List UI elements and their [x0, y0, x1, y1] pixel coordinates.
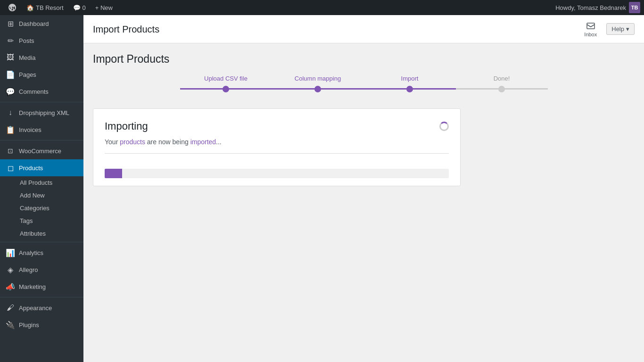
import-progress-fill [105, 169, 122, 178]
sidebar-item-products[interactable]: ◻ Products [0, 159, 83, 176]
sidebar-item-comments[interactable]: 💬 Comments [0, 83, 83, 100]
pages-icon: 📄 [6, 70, 15, 79]
sidebar-subitem-add-new[interactable]: Add New [0, 189, 83, 202]
main-content: Import Products Upload CSV file Column m… [83, 43, 644, 196]
sidebar-item-appearance[interactable]: 🖌 Appearance [0, 299, 83, 316]
step-done-dot [498, 86, 505, 92]
progress-bar-wrap [93, 161, 460, 186]
sidebar-item-pages[interactable]: 📄 Pages [0, 66, 83, 83]
analytics-icon: 📊 [6, 248, 15, 257]
import-progress-bar [105, 169, 449, 178]
import-steps: Upload CSV file Column mapping Import Do… [93, 75, 635, 97]
imported-link[interactable]: imported [190, 138, 216, 146]
comments-icon: 💬 [6, 87, 15, 96]
step-upload-csv-label: Upload CSV file [204, 75, 248, 82]
header-actions: Inbox Help ▾ [580, 19, 635, 39]
products-icon: ◻ [6, 164, 15, 173]
woocommerce-icon: ⊡ [6, 147, 15, 155]
step-done-label: Done! [494, 75, 510, 82]
dropshipping-icon: ↓ [6, 108, 15, 117]
sidebar-item-dropshipping[interactable]: ↓ Dropshipping XML [0, 104, 83, 121]
importing-title: Importing [105, 120, 449, 132]
sidebar-item-analytics[interactable]: 📊 Analytics [0, 244, 83, 261]
main-title: Import Products [93, 53, 635, 66]
help-button[interactable]: Help ▾ [606, 23, 635, 35]
media-icon: 🖼 [6, 53, 15, 62]
sidebar-subitem-tags[interactable]: Tags [0, 214, 83, 227]
page-title: Import Products [93, 23, 159, 35]
page-header-bar: Import Products Inbox Help ▾ [83, 15, 644, 43]
sidebar-item-woocommerce[interactable]: ⊡ WooCommerce [0, 142, 83, 159]
sidebar-item-media[interactable]: 🖼 Media [0, 49, 83, 66]
adminbar-wp-logo[interactable] [4, 0, 21, 15]
sidebar-item-plugins[interactable]: 🔌 Plugins [0, 316, 83, 333]
sidebar-item-dashboard[interactable]: ⊞ Dashboard [0, 15, 83, 32]
step-import-dot [406, 86, 413, 92]
step-column-mapping-dot [314, 86, 321, 92]
adminbar-new[interactable]: + New [91, 0, 116, 15]
dashboard-icon: ⊞ [6, 19, 15, 28]
step-import-label: Import [401, 75, 419, 82]
step-done: Done! [456, 75, 548, 92]
plugins-icon: 🔌 [6, 321, 15, 329]
import-card: Importing Your products are now being im… [93, 108, 461, 186]
sidebar-item-allegro[interactable]: ◈ Allegro [0, 261, 83, 278]
invoices-icon: 📋 [6, 125, 15, 134]
adminbar-site-name[interactable]: 🏠 TB Resort [23, 0, 67, 15]
user-avatar: TB [629, 2, 640, 13]
step-column-mapping-label: Column mapping [295, 75, 341, 82]
adminbar-comments[interactable]: 💬 0 [69, 0, 90, 15]
posts-icon: ✏ [6, 36, 15, 45]
sidebar-item-invoices[interactable]: 📋 Invoices [0, 121, 83, 138]
step-upload-csv-dot [223, 86, 229, 92]
adminbar-user[interactable]: Howdy, Tomasz Bednarek TB [555, 2, 640, 13]
products-link[interactable]: products [120, 138, 145, 146]
chevron-down-icon: ▾ [626, 25, 629, 33]
step-upload-csv: Upload CSV file [180, 75, 272, 92]
sidebar-item-posts[interactable]: ✏ Posts [0, 32, 83, 49]
import-description: Your products are now being imported... [105, 138, 449, 154]
allegro-icon: ◈ [6, 265, 15, 274]
appearance-icon: 🖌 [6, 304, 15, 312]
step-import: Import [364, 75, 456, 92]
svg-rect-0 [587, 23, 594, 29]
sidebar-subitem-categories[interactable]: Categories [0, 202, 83, 214]
admin-bar: 🏠 TB Resort 💬 0 + New Howdy, Tomasz Bedn… [0, 0, 644, 15]
loading-spinner [439, 122, 449, 131]
sidebar: ⊞ Dashboard ✏ Posts 🖼 Media 📄 Pages 💬 Co… [0, 15, 83, 362]
sidebar-subitem-all-products[interactable]: All Products [0, 176, 83, 189]
step-column-mapping: Column mapping [272, 75, 364, 92]
marketing-icon: 📣 [6, 282, 15, 291]
sidebar-item-marketing[interactable]: 📣 Marketing [0, 278, 83, 295]
sidebar-subitem-attributes[interactable]: Attributes [0, 227, 83, 240]
inbox-button[interactable]: Inbox [580, 19, 601, 39]
